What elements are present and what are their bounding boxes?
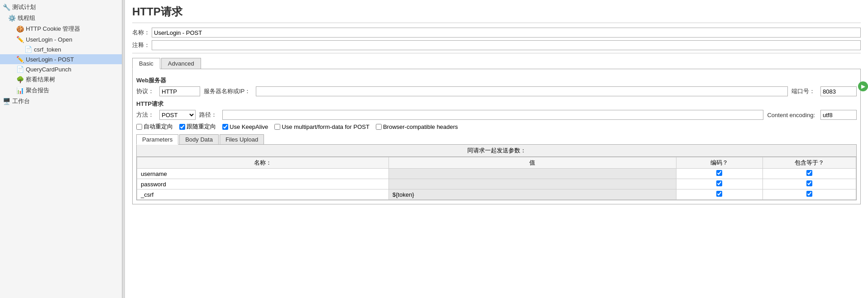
sidebar-item-userlogin-post[interactable]: ✏️UserLogin - POST: [0, 54, 122, 64]
browser-headers-label: Browser-compatible headers: [383, 123, 458, 130]
keepalive-check[interactable]: Use KeepAlive: [222, 123, 268, 130]
param-value-2: ${token}: [388, 189, 676, 200]
param-name-2: _csrf: [137, 189, 389, 200]
method-select[interactable]: POST GET PUT DELETE: [159, 110, 196, 120]
encode-checkbox-1[interactable]: [716, 180, 722, 186]
param-encode-1[interactable]: [676, 179, 762, 189]
browser-headers-input[interactable]: [376, 124, 382, 130]
checkboxes-row: 自动重定向 跟随重定向 Use KeepAlive Use multipart/…: [136, 123, 857, 131]
path-input[interactable]: [222, 110, 763, 120]
keepalive-label: Use KeepAlive: [230, 123, 268, 130]
name-label: 名称：: [132, 28, 150, 37]
param-encode-2[interactable]: [676, 189, 762, 200]
sidebar-icon-http-cookie: 🍪: [16, 25, 24, 33]
sidebar-icon-userlogin-open: ✏️: [16, 36, 24, 43]
comment-label: 注释：: [132, 41, 150, 49]
col-header-encode: 编码？: [676, 157, 762, 169]
param-value-1: [388, 179, 676, 189]
param-include-0[interactable]: [762, 169, 856, 179]
sidebar-item-agg-report[interactable]: 📊聚合报告: [0, 85, 122, 96]
port-input[interactable]: [820, 86, 857, 96]
web-server-row: 协议： 服务器名称或IP： 端口号：: [136, 86, 857, 96]
comment-input[interactable]: [152, 40, 861, 50]
sidebar-item-userlogin-open[interactable]: ✏️UserLogin - Open: [0, 34, 122, 44]
protocol-label: 协议：: [136, 87, 154, 95]
sidebar-icon-userlogin-post: ✏️: [16, 56, 24, 63]
multipart-input[interactable]: [274, 124, 280, 130]
sidebar-item-csrf-token[interactable]: 📄csrf_token: [0, 44, 122, 54]
protocol-input[interactable]: [159, 86, 200, 96]
param-value-0: [388, 169, 676, 179]
param-name-1: password: [137, 179, 389, 189]
include-checkbox-1[interactable]: [806, 180, 812, 186]
col-header-value: 值: [388, 157, 676, 169]
browser-headers-check[interactable]: Browser-compatible headers: [376, 123, 458, 130]
auto-redirect-check[interactable]: 自动重定向: [136, 123, 173, 131]
sidebar-item-test-plan[interactable]: 🔧测试计划: [0, 2, 122, 13]
encode-checkbox-2[interactable]: [716, 191, 722, 197]
sub-tab-body-data[interactable]: Body Data: [179, 134, 219, 145]
encoding-input[interactable]: [820, 110, 857, 120]
sidebar-icon-test-plan: 🔧: [3, 4, 10, 11]
multipart-label: Use multipart/form-data for POST: [282, 123, 369, 130]
port-label: 端口号：: [791, 87, 815, 95]
sidebar: 🔧测试计划⚙️线程组🍪HTTP Cookie 管理器✏️UserLogin - …: [0, 0, 122, 298]
tabs-bar: Basic Advanced: [132, 58, 861, 69]
green-action-button[interactable]: ▶: [858, 81, 868, 91]
keepalive-input[interactable]: [222, 124, 228, 130]
name-row: 名称：: [132, 28, 861, 38]
tab-advanced[interactable]: Advanced: [161, 58, 201, 69]
sub-tabs-bar: Parameters Body Data Files Upload: [136, 134, 857, 145]
sidebar-icon-query-card: 📄: [16, 66, 24, 73]
sidebar-icon-thread-group: ⚙️: [8, 14, 16, 22]
include-checkbox-0[interactable]: [806, 170, 812, 176]
sidebar-item-view-result[interactable]: 🌳察看结果树: [0, 74, 122, 85]
include-checkbox-2[interactable]: [806, 191, 812, 197]
auto-redirect-input[interactable]: [136, 124, 142, 130]
sidebar-label-query-card: QueryCardPunch: [26, 66, 71, 73]
params-section-header: 同请求一起发送参数：: [137, 145, 856, 157]
sidebar-label-view-result: 察看结果树: [26, 76, 55, 84]
encode-checkbox-0[interactable]: [716, 170, 722, 176]
follow-redirect-input[interactable]: [179, 124, 185, 130]
separator-1: [132, 53, 861, 53]
col-header-name: 名称：: [137, 157, 389, 169]
follow-redirect-check[interactable]: 跟随重定向: [179, 123, 216, 131]
sidebar-item-workbench[interactable]: 🖥️工作台: [0, 96, 122, 107]
param-encode-0[interactable]: [676, 169, 762, 179]
http-req-title: HTTP请求: [136, 100, 857, 108]
sidebar-item-query-card[interactable]: 📄QueryCardPunch: [0, 64, 122, 74]
main-panel: HTTP请求 名称： 注释： Basic Advanced Web服务器 协议：…: [125, 0, 868, 298]
params-table: 名称： 值 编码？ 包含等于？ username password _csrf: [137, 157, 856, 200]
tab-content: Web服务器 协议： 服务器名称或IP： 端口号： HTTP请求 方法： POS…: [132, 69, 861, 204]
sidebar-item-http-cookie[interactable]: 🍪HTTP Cookie 管理器: [0, 24, 122, 34]
table-row: _csrf ${token}: [137, 189, 856, 200]
sub-tab-parameters[interactable]: Parameters: [136, 134, 178, 145]
col-header-include: 包含等于？: [762, 157, 856, 169]
sidebar-label-workbench: 工作台: [12, 97, 30, 105]
name-input[interactable]: [152, 28, 861, 38]
main-tabs: Basic Advanced: [132, 58, 861, 69]
table-row: username: [137, 169, 856, 179]
sidebar-label-userlogin-open: UserLogin - Open: [26, 36, 72, 43]
sidebar-item-thread-group[interactable]: ⚙️线程组: [0, 13, 122, 24]
table-row: password: [137, 179, 856, 189]
encoding-label: Content encoding:: [767, 112, 815, 118]
param-include-2[interactable]: [762, 189, 856, 200]
server-input[interactable]: [256, 86, 788, 96]
params-table-container: 同请求一起发送参数： 名称： 值 编码？ 包含等于？ username pa: [136, 144, 857, 200]
tab-basic[interactable]: Basic: [132, 58, 160, 69]
server-label: 服务器名称或IP：: [204, 87, 250, 95]
follow-redirect-label: 跟随重定向: [187, 123, 216, 131]
sidebar-label-agg-report: 聚合报告: [26, 86, 49, 95]
multipart-check[interactable]: Use multipart/form-data for POST: [274, 123, 369, 130]
sidebar-label-http-cookie: HTTP Cookie 管理器: [26, 25, 80, 33]
method-label: 方法：: [136, 111, 154, 119]
param-include-1[interactable]: [762, 179, 856, 189]
comment-row: 注释：: [132, 40, 861, 50]
sub-tab-files-upload[interactable]: Files Upload: [220, 134, 264, 145]
sidebar-icon-csrf-token: 📄: [24, 46, 32, 53]
sidebar-label-test-plan: 测试计划: [12, 3, 36, 11]
page-title: HTTP请求: [132, 5, 861, 23]
web-server-title: Web服务器: [136, 76, 857, 85]
